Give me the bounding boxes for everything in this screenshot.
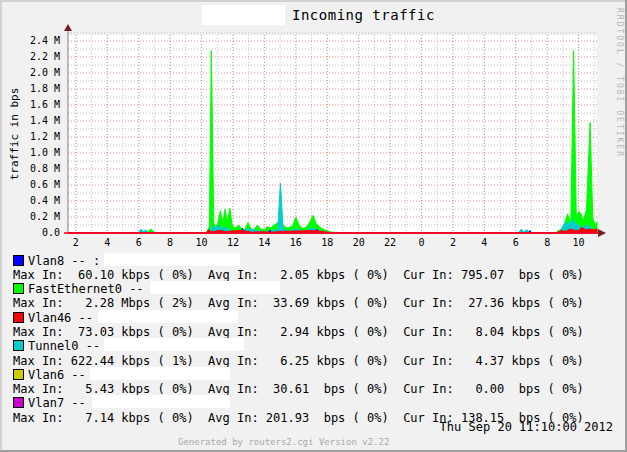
x-tick-label: 20 [344,237,374,248]
redacted-description-box [98,310,238,323]
redacted-hostname-box [202,5,285,25]
x-tick-label: 8 [155,237,185,248]
y-tick-label: 0.2 M [0,211,60,222]
legend-stats-tunnel0: Max In: 622.44 kbps ( 1%) Avg In: 6.25 k… [13,354,584,368]
legend-label-vlan7: Vlan7 -- [28,396,86,410]
legend-swatch-vlan46 [13,312,24,323]
x-tick-label: 22 [375,237,405,248]
rrdtool-graph-image: Incoming traffic traffic in bps RRDTOOL … [0,0,627,452]
x-tick-label: 4 [92,237,122,248]
legend-swatch-tunnel0 [13,340,24,351]
redacted-description-box [104,253,240,266]
legend-swatch-vlan8 [13,255,24,266]
y-tick-label: 1.2 M [0,131,60,142]
x-tick-label: 10 [187,237,217,248]
x-tick-label: 14 [249,237,279,248]
x-axis-arrow [598,229,606,237]
legend-stats-vlan8: Max In: 60.10 kbps ( 0%) Avg In: 2.05 kb… [13,268,584,282]
x-tick-label: 2 [61,237,91,248]
generated-by-note: Generated by routers2.cgi Version v2.22 [178,437,389,447]
y-axis-arrow [64,24,72,31]
graph-timestamp: Thu Sep 20 11:10:00 2012 [440,420,613,434]
legend-stats-fastethernet0: Max In: 2.28 Mbps ( 2%) Avg In: 33.69 kb… [13,296,584,310]
chart-title: Incoming traffic [292,7,435,23]
legend-stats-vlan46: Max In: 73.03 kbps ( 0%) Avg In: 2.94 kb… [13,325,584,339]
x-tick-label: 12 [218,237,248,248]
redacted-description-box [92,395,230,408]
legend-label-vlan46: Vlan46 -- [28,311,93,325]
x-tick-label: 8 [532,237,562,248]
y-tick-label: 0.4 M [0,195,60,206]
x-tick-label: 16 [281,237,311,248]
bevel-border-top [0,0,627,2]
legend-swatch-vlan7 [13,397,24,408]
y-tick-label: 1.0 M [0,147,60,158]
legend-label-vlan6: Vlan6 -- [28,368,86,382]
x-tick-label: 6 [501,237,531,248]
y-tick-label: 0.0 [0,227,60,238]
x-tick-label: 0 [407,237,437,248]
legend-swatch-vlan6 [13,369,24,380]
legend-stats-vlan6: Max In: 5.43 kbps ( 0%) Avg In: 30.61 bp… [13,382,584,396]
x-tick-label: 4 [469,237,499,248]
y-tick-label: 2.4 M [0,35,60,46]
x-tick-label: 6 [124,237,154,248]
y-tick-label: 1.4 M [0,115,60,126]
x-tick-label: 2 [438,237,468,248]
y-tick-label: 1.6 M [0,99,60,110]
redacted-description-box [150,281,280,294]
y-tick-label: 2.2 M [0,51,60,62]
redacted-description-box [104,338,244,351]
legend-swatch-fastethernet0 [13,283,24,294]
y-tick-label: 0.8 M [0,163,60,174]
x-tick-label: 18 [312,237,342,248]
y-tick-label: 1.8 M [0,83,60,94]
legend-label-fastethernet0: FastEthernet0 -- [28,282,144,296]
redacted-description-box [90,367,230,380]
legend-label-vlan8: Vlan8 -- : [28,254,100,268]
legend-label-tunnel0: Tunnel0 -- [28,339,100,353]
y-tick-label: 0.6 M [0,179,60,190]
x-tick-label: 10 [564,237,594,248]
rrdtool-watermark: RRDTOOL / TOBI OETIKER [615,8,624,158]
y-tick-label: 2.0 M [0,67,60,78]
